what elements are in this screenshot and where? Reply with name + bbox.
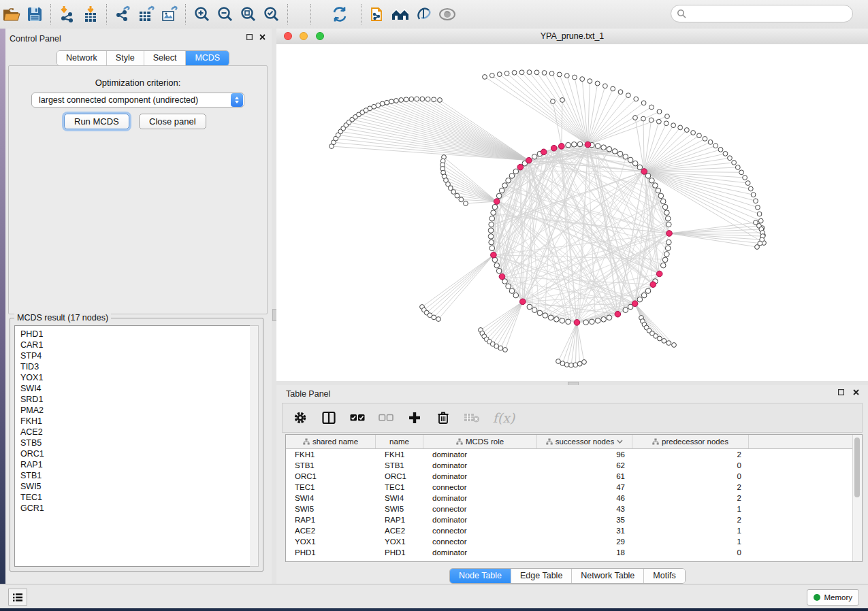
table-cell: 1 — [632, 505, 749, 513]
tab-mcds[interactable]: MCDS — [186, 51, 229, 65]
close-panel-button[interactable]: Close panel — [139, 114, 206, 129]
table-cell: YOX1 — [286, 538, 376, 546]
mcds-list-scrollbar[interactable] — [250, 325, 259, 567]
table-panel-title: Table Panel — [286, 389, 330, 399]
export-table-button[interactable] — [135, 3, 158, 26]
houses-button[interactable] — [389, 3, 413, 26]
status-menu-button[interactable] — [8, 589, 27, 606]
mcds-result-item[interactable]: SRD1 — [20, 394, 250, 405]
add-column-button[interactable] — [406, 410, 423, 426]
float-window-icon[interactable] — [838, 389, 845, 396]
delete-column-button[interactable] — [435, 410, 451, 426]
table-row[interactable]: YOX1YOX1connector291 — [286, 536, 862, 547]
delete-table-button[interactable] — [464, 410, 480, 426]
mcds-result-item[interactable]: FKH1 — [20, 416, 250, 427]
trash-icon — [437, 411, 449, 425]
mcds-result-item[interactable]: STB1 — [20, 470, 250, 481]
table-tab-edge-table[interactable]: Edge Table — [511, 569, 572, 583]
mcds-result-item[interactable]: ACE2 — [20, 427, 250, 437]
network-view-canvas[interactable] — [276, 44, 868, 381]
zoom-out-button[interactable] — [214, 3, 237, 26]
open-folder-icon — [3, 7, 20, 22]
table-row[interactable]: SWI5SWI5connector431 — [286, 503, 862, 514]
column-layout-button[interactable] — [321, 410, 337, 426]
optimization-dropdown[interactable]: largest connected component (undirected) — [31, 93, 244, 108]
settings-gear-button[interactable] — [292, 410, 308, 426]
mcds-result-item[interactable]: SWI5 — [20, 481, 250, 492]
table-cell: ORC1 — [286, 472, 376, 480]
zoom-in-button[interactable] — [191, 3, 214, 26]
memory-button[interactable]: Memory — [807, 589, 859, 606]
export-network-button[interactable] — [112, 3, 135, 26]
tab-network[interactable]: Network — [57, 51, 107, 65]
close-panel-icon[interactable] — [853, 389, 860, 396]
mcds-result-item[interactable]: RAP1 — [20, 459, 250, 470]
float-window-icon[interactable] — [246, 34, 253, 41]
network-window-titlebar[interactable]: YPA_prune.txt_1 — [276, 29, 868, 45]
column-header-predecessor-nodes[interactable]: predecessor nodes — [632, 435, 749, 448]
mcds-result-item[interactable]: TID3 — [20, 361, 250, 372]
open-file-button[interactable] — [0, 3, 23, 26]
tab-select[interactable]: Select — [144, 51, 187, 65]
birds-eye-view-button[interactable] — [436, 3, 459, 26]
save-session-button[interactable] — [23, 3, 46, 26]
table-row[interactable]: PHD1PHD1dominator180 — [286, 547, 862, 558]
share-document-button[interactable] — [366, 3, 389, 26]
columns-icon — [322, 411, 336, 425]
mcds-result-list[interactable]: PHD1CAR1STP4TID3YOX1SWI4SRD1PMA2FKH1ACE2… — [14, 325, 251, 567]
refresh-view-button[interactable] — [328, 3, 351, 26]
zoom-selected-button[interactable] — [260, 3, 283, 26]
select-all-button[interactable] — [349, 410, 366, 426]
mcds-result-item[interactable]: PHD1 — [20, 329, 250, 340]
mcds-result-item[interactable]: YOX1 — [20, 372, 250, 383]
mcds-result-title: MCDS result (17 nodes) — [14, 313, 111, 323]
mcds-result-item[interactable]: STP4 — [20, 350, 250, 361]
table-row[interactable]: STB1STB1dominator620 — [286, 460, 862, 471]
graphics-details-button[interactable] — [413, 3, 436, 26]
table-row[interactable]: ACE2ACE2connector311 — [286, 525, 862, 536]
table-row[interactable]: ORC1ORC1dominator610 — [286, 471, 862, 482]
graphics-details-eye-icon — [415, 7, 433, 22]
table-tab-network-table[interactable]: Network Table — [572, 569, 644, 583]
column-header-MCDS-role[interactable]: MCDS role — [423, 435, 537, 448]
tab-style[interactable]: Style — [107, 51, 144, 65]
deselect-all-button[interactable] — [378, 410, 394, 426]
mcds-result-item[interactable]: CAR1 — [20, 340, 250, 350]
table-cell: connector — [423, 505, 537, 513]
column-header-name[interactable]: name — [376, 435, 423, 448]
column-header-shared-name[interactable]: shared name — [286, 435, 376, 448]
table-row[interactable]: RAP1RAP1dominator352 — [286, 514, 862, 525]
table-tab-motifs[interactable]: Motifs — [644, 569, 684, 583]
zoom-fit-button[interactable] — [237, 3, 260, 26]
table-body: FKH1FKH1dominator962STB1STB1dominator620… — [286, 449, 862, 558]
export-image-button[interactable] — [158, 3, 181, 26]
column-header-successor-nodes[interactable]: successor nodes — [537, 435, 632, 448]
search-input[interactable] — [690, 8, 852, 19]
table-cell: dominator — [423, 494, 537, 502]
table-cell: 47 — [537, 483, 632, 491]
scrollbar-thumb[interactable] — [854, 437, 860, 497]
function-builder-button[interactable]: f(x) — [492, 410, 515, 426]
import-table-button[interactable] — [79, 3, 102, 26]
table-scrollbar[interactable] — [852, 435, 862, 561]
table-row[interactable]: TEC1TEC1connector472 — [286, 482, 862, 493]
zoom-in-icon — [193, 5, 211, 23]
search-field[interactable] — [671, 5, 853, 22]
table-row[interactable]: FKH1FKH1dominator962 — [286, 449, 862, 460]
birds-eye-icon — [438, 7, 456, 21]
table-cell: 0 — [632, 472, 749, 480]
mcds-result-item[interactable]: ORC1 — [20, 448, 250, 459]
mcds-result-item[interactable]: PMA2 — [20, 405, 250, 416]
close-panel-icon[interactable] — [259, 34, 266, 41]
vertical-splitter[interactable] — [272, 29, 276, 584]
run-mcds-button[interactable]: Run MCDS — [64, 114, 129, 129]
table-cell: 31 — [537, 527, 632, 535]
mcds-result-item[interactable]: TEC1 — [20, 492, 250, 503]
mcds-result-item[interactable]: SWI4 — [20, 383, 250, 394]
search-icon — [677, 9, 686, 18]
table-tab-node-table[interactable]: Node Table — [450, 569, 511, 583]
mcds-result-item[interactable]: GCR1 — [20, 503, 250, 514]
import-network-button[interactable] — [56, 3, 79, 26]
mcds-result-item[interactable]: STB5 — [20, 437, 250, 448]
table-row[interactable]: SWI4SWI4dominator462 — [286, 493, 862, 503]
